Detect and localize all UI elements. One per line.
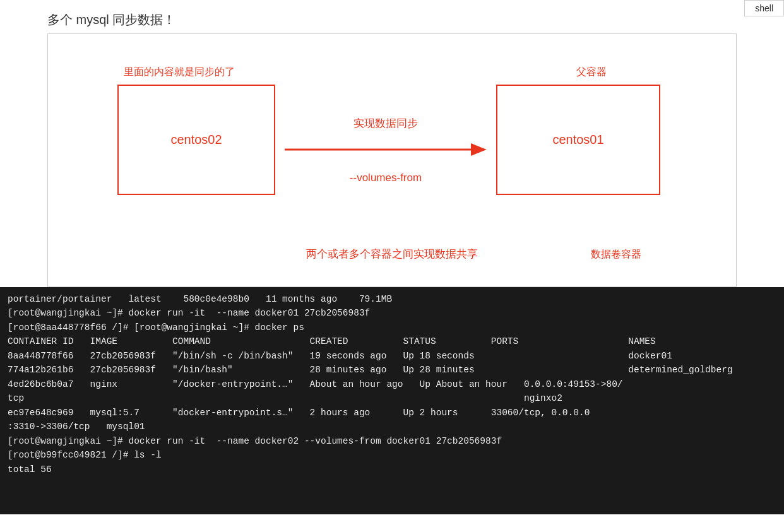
label-data-share: 两个或者多个容器之间实现数据共享 <box>306 247 478 261</box>
terminal-line-2: [root@8aa448778f66 /]# [root@wangjingkai… <box>8 321 776 334</box>
terminal-line-6: 4ed26bc6b0a7 nginx "/docker-entrypoint.…… <box>8 377 776 391</box>
terminal-line-10: [root@wangjingkai ~]# docker run -it --n… <box>8 434 776 448</box>
terminal-line-11: [root@b99fcc049821 /]# ls -l <box>8 448 776 462</box>
terminal-line-1: [root@wangjingkai ~]# docker run -it --n… <box>8 306 776 320</box>
box-centos01: centos01 <box>496 85 660 195</box>
box-centos02-label: centos02 <box>170 133 222 147</box>
svg-marker-1 <box>471 143 487 156</box>
diagram-container: 里面的内容就是同步的了 centos02 父容器 centos01 实现数据同步 <box>47 33 737 287</box>
label-parent: 父容器 <box>576 66 607 79</box>
terminal-line-9: :3310->3306/tcp mysql01 <box>8 420 776 434</box>
box-centos01-label: centos01 <box>552 133 603 147</box>
terminal-line-7: tcp nginxo2 <box>8 391 776 405</box>
top-section: shell 多个 mysql 同步数据！ 里面的内容就是同步的了 centos0… <box>0 0 784 287</box>
terminal-line-5: 774a12b261b6 27cb2056983f "/bin/bash" 28… <box>8 363 776 377</box>
label-data-vol: 数据卷容器 <box>591 248 641 261</box>
label-volumes-from: --volumes-from <box>350 172 422 184</box>
shell-badge: shell <box>744 0 784 16</box>
label-implement: 实现数据同步 <box>353 116 418 131</box>
arrow-area: 实现数据同步 --volumes-from <box>275 116 496 184</box>
box-centos02: centos02 <box>117 85 275 195</box>
terminal-line-4: 8aa448778f66 27cb2056983f "/bin/sh -c /b… <box>8 349 776 363</box>
terminal-line-12: total 56 <box>8 463 776 476</box>
terminal-line-0: portainer/portainer latest 580c0e4e98b0 … <box>8 292 776 306</box>
label-sync: 里面的内容就是同步的了 <box>124 66 235 79</box>
terminal-line-8: ec97e648c969 mysql:5.7 "docker-entrypoin… <box>8 406 776 420</box>
diagram-inner: 里面的内容就是同步的了 centos02 父容器 centos01 实现数据同步 <box>61 47 723 274</box>
arrow-svg <box>275 137 496 162</box>
terminal: portainer/portainer latest 580c0e4e98b0 … <box>0 287 784 514</box>
terminal-line-3: CONTAINER ID IMAGE COMMAND CREATED STATU… <box>8 334 776 348</box>
page-title: 多个 mysql 同步数据！ <box>0 6 784 33</box>
